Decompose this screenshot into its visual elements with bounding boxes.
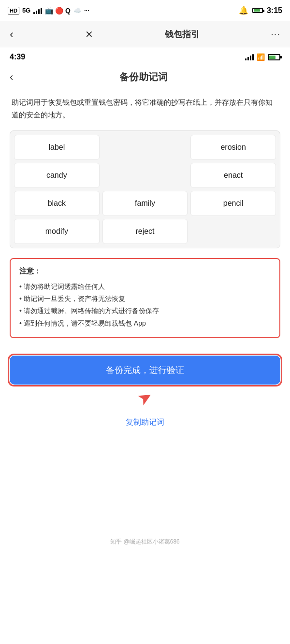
copy-mnemonic-link[interactable]: 复制助记词 [0,412,290,433]
primary-button-wrapper: 备份完成，进行验证 [10,356,280,385]
warning-item-3: • 请勿通过截屏、网络传输的方式进行备份保存 [19,305,271,317]
mnemonic-word-1: label [14,135,100,160]
inner-nav: ‹ 备份助记词 [0,67,290,91]
back-button[interactable]: ‹ [10,28,14,41]
mnemonic-grid: label erosion candy enact black family p… [14,135,276,244]
warning-item-4: • 遇到任何情况，请不要轻易卸载钱包 App [19,317,271,329]
hd-badge: HD [8,7,19,14]
warning-item-1: • 请勿将助记词透露给任何人 [19,281,271,293]
top-nav-bar: ‹ ✕ 钱包指引 ··· [0,21,290,47]
warning-box: 注意： • 请勿将助记词透露给任何人 • 助记词一旦丢失，资产将无法恢复 • 请… [10,258,280,338]
inner-back-button[interactable]: ‹ [10,71,13,84]
mnemonic-word-3: candy [14,163,100,188]
inner-signal [245,54,254,60]
mnemonic-empty-2 [102,163,188,188]
mnemonic-word-5: black [14,191,100,216]
description-text: 助记词用于恢复钱包或重置钱包密码，将它准确的抄写在纸上，并存放在只有你知道的安全… [0,91,290,130]
mnemonic-empty-3 [190,219,276,244]
bullet-4: • [19,317,22,329]
bullet-3: • [19,305,22,317]
inner-screen: 4:39 📶 ‹ 备份助记词 助记词用于恢复钱包或重置钱包密码，将它准确的抄写在… [0,47,290,554]
warning-item-2: • 助记词一旦丢失，资产将无法恢复 [19,293,271,305]
menu-button[interactable]: ··· [271,29,280,40]
mnemonic-word-2: erosion [190,135,276,160]
inner-status-icons: 📶 [245,53,280,61]
clock-time: 3:15 [267,6,282,15]
inner-page-title: 备份助记词 [21,71,266,84]
wifi-icon: 📶 [257,53,265,61]
inner-time: 4:39 [10,53,25,61]
signal-indicator: 5G [22,7,30,14]
mnemonic-word-9: reject [102,219,188,244]
more-dots: ··· [84,7,89,14]
mnemonic-word-8: modify [14,219,100,244]
signal-bars [33,7,42,14]
status-right: 🔔 3:15 [239,6,282,15]
warning-title: 注意： [19,267,271,276]
backup-complete-button[interactable]: 备份完成，进行验证 [10,356,280,385]
button-area: 备份完成，进行验证 ➤ [0,348,290,412]
arrow-icon: ➤ [134,385,157,410]
watermark: 知乎 @崛起社区小诸葛686 [0,530,290,554]
bullet-2: • [19,293,22,305]
battery-icon [252,8,263,13]
mnemonic-word-4: enact [190,163,276,188]
inner-status-bar: 4:39 📶 [0,47,290,67]
bell-icon: 🔔 [239,6,248,15]
mnemonic-word-6: family [102,191,188,216]
mnemonic-empty-1 [102,135,188,160]
app-icons: 📺 🔴 Q [45,7,71,14]
arrow-indicator: ➤ [10,387,280,408]
cloud-icon: ☁️ [73,7,81,14]
outer-status-bar: HD 5G 📺 🔴 Q ☁️ ··· 🔔 3:15 [0,0,290,21]
inner-battery [268,54,280,60]
close-button[interactable]: ✕ [85,29,93,40]
bullet-1: • [19,281,22,293]
mnemonic-word-7: pencil [190,191,276,216]
bottom-spacer [0,433,290,530]
page-title: 钱包指引 [165,29,200,40]
mnemonic-container: label erosion candy enact black family p… [10,130,280,248]
status-left: HD 5G 📺 🔴 Q ☁️ ··· [8,7,89,14]
